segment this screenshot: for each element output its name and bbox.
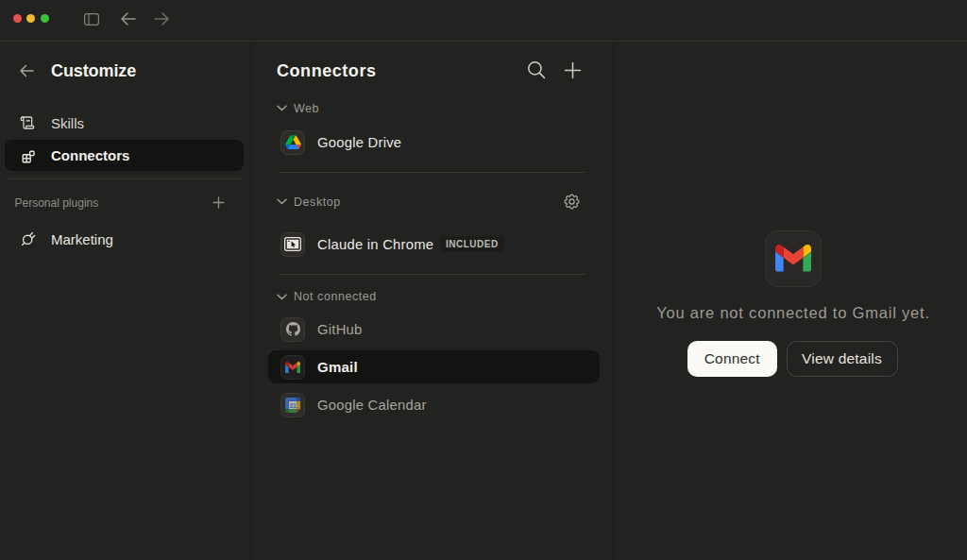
svg-text:31: 31 [289, 401, 297, 408]
